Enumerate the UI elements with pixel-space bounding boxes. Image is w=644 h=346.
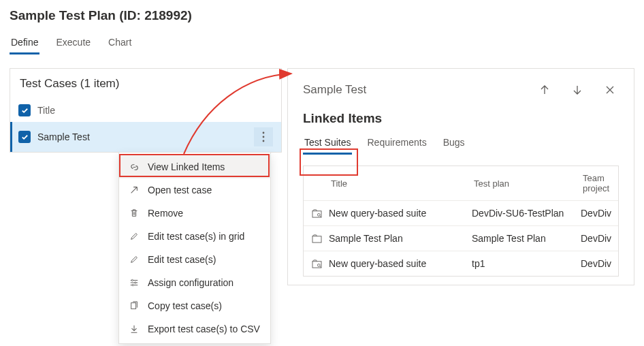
menu-edit-in-grid[interactable]: Edit test case(s) in grid xyxy=(119,225,270,248)
cell-plan: DevDiv-SU6-TestPlan xyxy=(472,208,574,219)
menu-open-test-case[interactable]: Open test case xyxy=(119,178,270,202)
linked-items-panel: Sample Test Linked Items Test Suites Req… xyxy=(287,68,634,285)
sub-tab-requirements[interactable]: Requirements xyxy=(366,133,428,155)
cell-title: New query-based suite xyxy=(329,208,465,219)
cell-title: New query-based suite xyxy=(329,258,465,269)
cell-team: DevDiv xyxy=(581,258,611,269)
menu-item-label: Copy test case(s) xyxy=(148,300,222,311)
svg-point-8 xyxy=(317,213,320,216)
trash-icon xyxy=(129,208,140,219)
panel-header: Sample Test xyxy=(303,81,619,99)
column-header-title: Title xyxy=(37,105,273,116)
menu-assign-configuration[interactable]: Assign configuration xyxy=(119,271,270,294)
tab-define[interactable]: Define xyxy=(10,33,39,54)
col-team: Team project xyxy=(583,173,610,193)
svg-point-5 xyxy=(132,284,133,285)
next-button[interactable] xyxy=(568,81,586,99)
table-header-row: Title xyxy=(10,99,281,122)
context-menu: View Linked Items Open test case Remove … xyxy=(118,152,271,344)
table-row[interactable]: New query-based suite DevDiv-SU6-TestPla… xyxy=(304,201,618,226)
suite-static-icon xyxy=(312,234,322,243)
row-title: Sample Test xyxy=(37,131,247,142)
page-title: Sample Test Plan (ID: 218992) xyxy=(0,0,644,29)
main-tabs: Define Execute Chart xyxy=(0,29,644,55)
select-all-checkbox[interactable] xyxy=(18,104,31,116)
cell-team: DevDiv xyxy=(581,208,611,219)
row-checkbox[interactable] xyxy=(18,131,31,143)
test-cases-heading: Test Cases (1 item) xyxy=(10,69,281,99)
menu-copy-test-cases[interactable]: Copy test case(s) xyxy=(119,294,270,317)
table-row[interactable]: Sample Test xyxy=(10,122,281,152)
svg-point-4 xyxy=(135,282,136,283)
svg-point-2 xyxy=(263,140,265,142)
menu-remove[interactable]: Remove xyxy=(119,202,270,225)
svg-rect-9 xyxy=(312,236,321,242)
menu-item-label: Open test case xyxy=(148,185,212,195)
cell-plan: Sample Test Plan xyxy=(472,233,574,244)
menu-item-label: Edit test case(s) xyxy=(148,254,216,265)
linked-items-table: Title Test plan Team project New query-b… xyxy=(303,166,619,277)
menu-export-csv[interactable]: Export test case(s) to CSV xyxy=(119,317,270,341)
menu-item-label: Edit test case(s) in grid xyxy=(148,231,244,242)
menu-view-linked-items[interactable]: View Linked Items xyxy=(119,155,270,178)
menu-item-label: Remove xyxy=(148,208,183,219)
svg-point-0 xyxy=(263,132,265,134)
sub-tab-bugs[interactable]: Bugs xyxy=(442,133,466,155)
menu-item-label: Export test case(s) to CSV xyxy=(148,324,260,334)
svg-rect-6 xyxy=(131,303,136,309)
section-title: Linked Items xyxy=(303,111,619,126)
menu-item-label: Assign configuration xyxy=(148,277,234,288)
menu-item-label: View Linked Items xyxy=(148,161,225,172)
svg-point-1 xyxy=(263,136,265,138)
panel-title: Sample Test xyxy=(303,83,536,97)
svg-point-11 xyxy=(317,264,320,266)
cell-plan: tp1 xyxy=(472,258,574,269)
tab-chart[interactable]: Chart xyxy=(107,33,133,54)
open-icon xyxy=(129,185,140,195)
copy-icon xyxy=(129,300,140,311)
linked-sub-tabs: Test Suites Requirements Bugs xyxy=(303,133,619,155)
prev-button[interactable] xyxy=(536,81,553,99)
table-header: Title Test plan Team project xyxy=(304,166,618,201)
cell-title: Sample Test Plan xyxy=(329,233,465,244)
test-cases-panel: Test Cases (1 item) Title Sample Test xyxy=(10,68,282,153)
close-button[interactable] xyxy=(601,81,619,99)
svg-point-3 xyxy=(131,279,133,281)
download-icon xyxy=(129,324,140,334)
suite-query-icon xyxy=(312,260,322,268)
config-icon xyxy=(129,277,140,288)
pencil-icon xyxy=(129,231,140,242)
cell-team: DevDiv xyxy=(581,233,611,244)
pencil-icon xyxy=(129,254,140,265)
suite-query-icon xyxy=(312,209,322,218)
tab-execute[interactable]: Execute xyxy=(54,33,92,54)
col-title: Title xyxy=(331,178,467,189)
menu-edit-test-cases[interactable]: Edit test case(s) xyxy=(119,248,270,271)
more-actions-button[interactable] xyxy=(254,127,273,146)
col-plan: Test plan xyxy=(474,178,576,189)
sub-tab-test-suites[interactable]: Test Suites xyxy=(303,133,352,155)
link-icon xyxy=(129,161,140,172)
table-row[interactable]: New query-based suite tp1 DevDiv xyxy=(304,251,618,276)
table-row[interactable]: Sample Test Plan Sample Test Plan DevDiv xyxy=(304,226,618,251)
